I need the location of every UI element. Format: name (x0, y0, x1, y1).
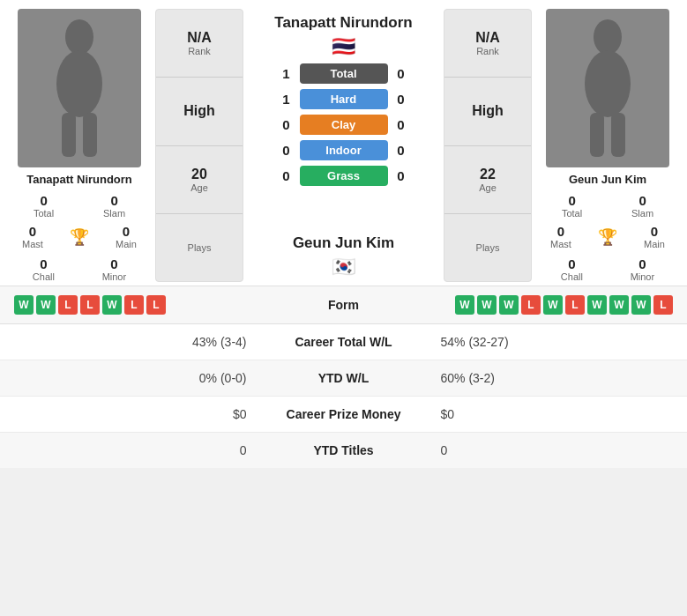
comp-clay-p1: 0 (273, 117, 300, 132)
player1-middle-panel: N/A Rank High 20 Age Plays (155, 9, 243, 282)
player2-high-value: High (472, 103, 504, 119)
stats-left-val: $0 (18, 407, 273, 421)
player2-full-name: Geun Jun Kim (293, 234, 394, 252)
svg-point-5 (585, 50, 631, 117)
comp-row-grass: 0 Grass 0 (273, 164, 414, 188)
player2-card: Geun Jun Kim 0 Total 0 Slam 0 Mast 🏆 (537, 9, 678, 282)
player2-header: Geun Jun Kim 🇰🇷 (293, 229, 394, 282)
player1-slam-label: Slam (103, 208, 125, 219)
stats-center-label: YTD W/L (273, 371, 414, 385)
form-badge-p2: W (455, 295, 474, 315)
player1-slam-stat: 0 Slam (103, 193, 125, 219)
svg-point-0 (65, 19, 93, 55)
player1-stats-row1: 0 Total 0 Slam (9, 193, 150, 219)
form-row: WWLLWLL Form WWWLWLWWWL (0, 286, 687, 324)
stats-row: $0 Career Prize Money $0 (0, 397, 687, 433)
player2-plays-label: Plays (476, 242, 500, 253)
comp-grass-p2: 0 (388, 168, 414, 183)
stats-right-val: 60% (3-2) (414, 371, 670, 385)
form-badge-p2: L (521, 295, 541, 315)
player1-plays-label: Plays (188, 242, 212, 253)
stats-table: 43% (3-4) Career Total W/L 54% (32-27) 0… (0, 324, 687, 468)
player1-minor-label: Minor (102, 271, 127, 282)
player1-stats-row2: 0 Mast 🏆 0 Main (9, 224, 150, 249)
player2-name: Geun Jun Kim (569, 173, 646, 186)
player2-silhouette (546, 9, 669, 167)
player2-chall-value: 0 (568, 256, 575, 271)
clay-badge: Clay (300, 115, 388, 135)
player1-mast-label: Mast (22, 239, 43, 249)
player2-silhouette-svg (572, 18, 643, 159)
player2-middle-panel: N/A Rank High 22 Age Plays (444, 9, 532, 282)
comp-badge-total: Total (300, 63, 388, 84)
player1-chall-label: Chall (33, 271, 55, 282)
comp-indoor-p1: 0 (273, 143, 300, 158)
player2-trophy-icon: 🏆 (598, 227, 617, 247)
comp-badge-indoor: Indoor (300, 140, 388, 160)
player2-main-stat: 0 Main (644, 224, 665, 249)
player1-name: Tanapatt Nirundorn (26, 173, 132, 186)
stats-row: 0 YTD Titles 0 (0, 433, 687, 468)
comp-badge-grass: Grass (300, 166, 388, 186)
stats-center-label: YTD Titles (273, 443, 414, 457)
form-badge-p1: L (58, 295, 78, 315)
player2-minor-label: Minor (631, 271, 655, 282)
player1-total-label: Total (34, 208, 54, 219)
form-badge-p1: L (146, 295, 166, 315)
player2-total-value: 0 (568, 193, 575, 208)
center-panel: Tanapatt Nirundorn 🇹🇭 1 Total 0 1 (249, 9, 438, 282)
player1-total-value: 0 (40, 193, 47, 208)
player2-mast-stat: 0 Mast (550, 224, 571, 249)
player2-rank-value: N/A (475, 30, 500, 46)
indoor-badge: Indoor (300, 140, 388, 160)
comp-hard-p1: 1 (273, 92, 300, 107)
form-badge-p2: L (565, 295, 585, 315)
player2-mast-value: 0 (557, 224, 564, 239)
stats-left-val: 0 (18, 443, 273, 457)
player2-plays-stat: Plays (444, 214, 531, 281)
player2-age-stat: 22 Age (444, 146, 531, 214)
form-badge-p1: L (124, 295, 144, 315)
player1-chall-stat: 0 Chall (33, 256, 55, 282)
bottom-section: WWLLWLL Form WWWLWLWWWL 43% (3-4) Career… (0, 286, 687, 468)
player1-main-label: Main (116, 239, 137, 249)
player2-stats-row3: 0 Chall 0 Minor (537, 256, 678, 282)
comp-total-p1: 1 (273, 66, 300, 81)
form-badge-p2: W (543, 295, 563, 315)
player2-flag: 🇰🇷 (332, 256, 355, 278)
form-badge-p2: W (477, 295, 497, 315)
comp-badge-hard: Hard (300, 89, 388, 109)
player1-flag: 🇹🇭 (332, 35, 355, 58)
player2-avatar (546, 9, 669, 167)
comp-row-total: 1 Total 0 (273, 62, 414, 85)
player1-form-badges: WWLLWLL (14, 295, 300, 315)
comp-grass-p1: 0 (273, 168, 300, 183)
player2-chall-stat: 0 Chall (561, 256, 583, 282)
player1-age-value: 20 (191, 167, 207, 182)
player1-rank-stat: N/A Rank (156, 10, 243, 78)
grass-badge: Grass (300, 166, 388, 186)
player1-main-stat: 0 Main (116, 224, 137, 249)
stats-left-val: 0% (0-0) (18, 371, 273, 385)
player2-slam-stat: 0 Slam (631, 193, 653, 219)
total-badge: Total (300, 63, 388, 84)
player1-rank-label: Rank (188, 46, 211, 56)
comp-indoor-p2: 0 (388, 143, 414, 158)
player1-age-stat: 20 Age (156, 146, 243, 214)
player1-trophy-icon: 🏆 (70, 227, 89, 247)
form-badge-p2: W (609, 295, 629, 315)
player1-full-name: Tanapatt Nirundorn (274, 14, 412, 32)
player1-chall-value: 0 (40, 256, 47, 271)
player2-stats-row2: 0 Mast 🏆 0 Main (537, 224, 678, 249)
form-badge-p1: W (36, 295, 56, 315)
form-badge-p1: W (14, 295, 34, 315)
player2-form-badges: WWWLWLWWWL (388, 295, 674, 315)
comp-row-clay: 0 Clay 0 (273, 113, 414, 137)
stats-right-val: $0 (414, 407, 670, 421)
player2-total-label: Total (562, 208, 582, 219)
main-container: Tanapatt Nirundorn 0 Total 0 Slam 0 Mast… (0, 0, 687, 468)
comp-total-p2: 0 (388, 66, 414, 81)
player1-stats-row3: 0 Chall 0 Minor (9, 256, 150, 282)
comparison-rows: 1 Total 0 1 Hard 0 0 (273, 62, 414, 229)
form-badge-p2: W (587, 295, 607, 315)
